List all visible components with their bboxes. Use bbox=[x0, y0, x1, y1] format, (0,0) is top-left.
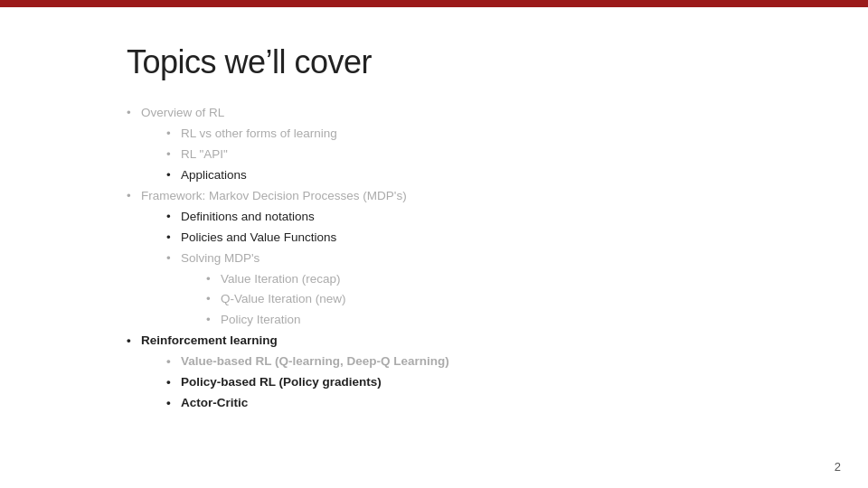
main-list: Overview of RL RL vs other forms of lear… bbox=[127, 103, 778, 414]
sub-list: RL vs other forms of learning RL "API" A… bbox=[141, 124, 778, 186]
slide-content: Topics we’ll cover Overview of RL RL vs … bbox=[0, 7, 868, 441]
list-item: Definitions and notations bbox=[166, 207, 778, 228]
list-item: Q-Value Iteration (new) bbox=[206, 289, 778, 310]
item-label: Reinforcement learning bbox=[141, 333, 278, 347]
item-label: Framework: Markov Decision Processes (MD… bbox=[141, 189, 407, 202]
top-bar bbox=[0, 0, 868, 7]
list-item: Policy-based RL (Policy gradients) bbox=[166, 372, 778, 393]
item-label: Overview of RL bbox=[141, 106, 224, 119]
list-item: Solving MDP's Value Iteration (recap) Q-… bbox=[166, 249, 778, 332]
list-item: Applications bbox=[166, 165, 778, 186]
sub-list: Definitions and notations Policies and V… bbox=[141, 207, 778, 332]
list-item: RL vs other forms of learning bbox=[166, 124, 778, 145]
sub-list: Value-based RL (Q-learning, Deep-Q Learn… bbox=[141, 352, 778, 414]
list-item: Reinforcement learning Value-based RL (Q… bbox=[127, 331, 778, 414]
list-item: Value Iteration (recap) bbox=[206, 269, 778, 290]
page-number: 2 bbox=[835, 460, 841, 474]
list-item: Framework: Markov Decision Processes (MD… bbox=[127, 186, 778, 332]
list-item: Policy Iteration bbox=[206, 310, 778, 331]
slide-title: Topics we’ll cover bbox=[127, 43, 778, 81]
list-item: Overview of RL RL vs other forms of lear… bbox=[127, 103, 778, 186]
list-item: RL "API" bbox=[166, 145, 778, 165]
list-item: Policies and Value Functions bbox=[166, 228, 778, 249]
sub-sub-list: Value Iteration (recap) Q-Value Iteratio… bbox=[181, 269, 778, 332]
list-item: Actor-Critic bbox=[166, 393, 778, 414]
list-item: Value-based RL (Q-learning, Deep-Q Learn… bbox=[166, 352, 778, 372]
